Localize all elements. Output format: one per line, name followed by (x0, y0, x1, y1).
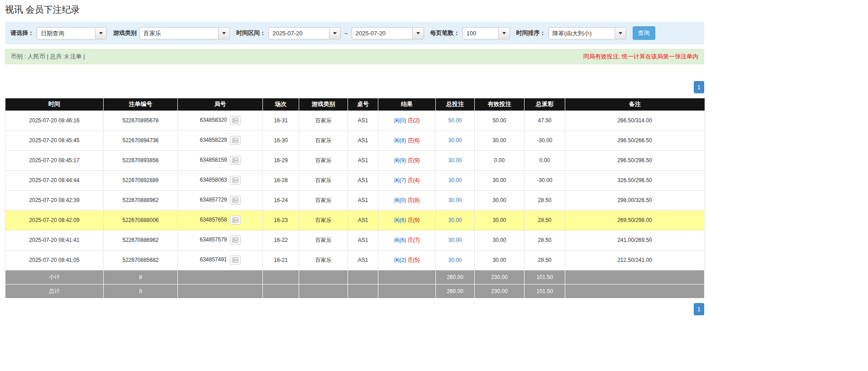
game-replay-icon[interactable] (230, 255, 241, 265)
round-id-text: 634858063 (200, 177, 227, 183)
currency-summary-text: 币别 : 人民币 | 总共 :8 注单 | (11, 53, 85, 61)
total-bet-link[interactable]: 50.00 (448, 117, 462, 124)
column-header: 结果 (378, 98, 436, 111)
cell-time: 2025-07-20 08:45:17 (5, 150, 104, 170)
cell-game-type: 百家乐 (299, 150, 348, 170)
summary-valid-bet: 230.00 (475, 284, 525, 298)
total-bet-link[interactable]: 30.00 (448, 237, 462, 243)
summary-empty (299, 284, 348, 298)
banker-result: 庄(9) (408, 217, 420, 223)
chevron-down-icon[interactable] (498, 28, 510, 39)
game-replay-icon[interactable] (230, 176, 241, 185)
cell-session: 16-29 (263, 150, 299, 170)
banker-result: 庄(7) (408, 237, 420, 243)
table-header-row: 时间注单编号局号场次游戏类别桌号结果总投注有效投注总派彩备注 (5, 98, 705, 111)
chevron-down-icon[interactable] (412, 28, 424, 39)
cell-valid-bet: 30.00 (475, 230, 525, 250)
column-header: 游戏类别 (299, 98, 348, 111)
cell-bet-id: 522670888962 (104, 190, 178, 210)
game-replay-icon[interactable] (230, 156, 241, 165)
player-result: 闲(2) (394, 257, 406, 263)
summary-count: 8 (104, 270, 178, 284)
cell-note: 269.50/298.00 (565, 210, 705, 230)
cell-valid-bet: 30.00 (475, 190, 525, 210)
sort-order-dropdown[interactable]: 降幂(由大到小) (548, 27, 626, 39)
cell-time: 2025-07-20 08:42:39 (5, 190, 104, 210)
banker-result: 庄(9) (408, 157, 420, 164)
chevron-down-icon[interactable] (329, 28, 340, 39)
cell-total-bet: 30.00 (436, 190, 475, 210)
column-header: 有效投注 (475, 98, 525, 111)
cell-time: 2025-07-20 08:41:41 (5, 230, 104, 250)
cell-total-bet: 30.00 (436, 130, 475, 150)
cell-payout: 28.50 (525, 230, 565, 250)
cell-result: 闲(6) 庄(7) (378, 230, 436, 250)
player-result: 闲(0) (394, 117, 406, 124)
game-replay-icon[interactable] (230, 196, 241, 205)
round-id-text: 634857579 (200, 236, 227, 243)
summary-valid-bet: 230.00 (475, 270, 525, 284)
date-to-dropdown[interactable]: 2025-07-20 (352, 27, 424, 39)
total-bet-link[interactable]: 30.00 (448, 217, 462, 223)
cell-time: 2025-07-20 08:44:44 (5, 170, 104, 190)
cell-table-no: AS1 (348, 230, 378, 250)
date-range-separator: ~ (344, 30, 348, 37)
select-type-dropdown[interactable]: 日期查询 (37, 27, 107, 39)
cell-round-id: 634858229 (178, 130, 263, 150)
notice-text: 同局有效投注, 统一计算在该局第一张注单内 (583, 53, 698, 61)
game-replay-icon[interactable] (230, 116, 241, 125)
cell-bet-id: 522670893856 (104, 150, 178, 170)
search-button[interactable]: 查询 (633, 26, 655, 40)
summary-payout: 101.50 (525, 270, 565, 284)
cell-valid-bet: 30.00 (475, 130, 525, 150)
player-result: 闲(0) (394, 197, 406, 203)
sort-order-label: 时间排序： (516, 29, 546, 37)
total-bet-link[interactable]: 30.00 (448, 157, 462, 164)
cell-result: 闲(2) 庄(5) (378, 250, 436, 270)
summary-empty (565, 284, 705, 298)
banker-result: 庄(6) (408, 137, 420, 144)
cell-table-no: AS1 (348, 170, 378, 190)
cell-session: 16-22 (263, 230, 299, 250)
chevron-down-icon[interactable] (218, 28, 229, 39)
page-button-1[interactable]: 1 (694, 81, 704, 93)
total-bet-link[interactable]: 30.00 (448, 257, 462, 263)
cell-valid-bet: 0.00 (475, 150, 525, 170)
chevron-down-icon[interactable] (95, 28, 106, 39)
cell-note: 212.50/241.00 (565, 250, 705, 270)
summary-label: 小计 (5, 270, 104, 284)
banker-result: 庄(5) (408, 257, 420, 263)
total-bet-link[interactable]: 30.00 (448, 197, 462, 203)
summary-empty (378, 270, 436, 284)
game-replay-icon[interactable] (230, 236, 241, 245)
game-replay-icon[interactable] (230, 136, 241, 145)
cell-game-type: 百家乐 (299, 170, 348, 190)
cell-round-id: 634857729 (178, 190, 263, 210)
chevron-down-icon[interactable] (615, 28, 626, 39)
game-replay-icon[interactable] (230, 216, 241, 225)
table-row: 2025-07-20 08:42:09522670888006634857658… (5, 210, 705, 230)
cell-valid-bet: 30.00 (475, 250, 525, 270)
page-size-dropdown[interactable]: 100 (463, 27, 510, 39)
summary-empty (178, 270, 263, 284)
cell-result: 闲(9) 庄(9) (378, 150, 436, 170)
cell-time: 2025-07-20 08:41:05 (5, 250, 104, 270)
banker-result: 庄(4) (408, 177, 420, 183)
cell-result: 闲(0) 庄(8) (378, 190, 436, 210)
cell-bet-id: 522670886962 (104, 230, 178, 250)
cell-session: 16-21 (263, 250, 299, 270)
cell-round-id: 634858320 (178, 111, 263, 130)
game-type-dropdown[interactable]: 百家乐 (139, 27, 230, 39)
table-row: 2025-07-20 08:42:39522670888962634857729… (5, 190, 705, 210)
total-bet-link[interactable]: 30.00 (448, 177, 462, 183)
summary-empty (178, 284, 263, 298)
date-from-dropdown[interactable]: 2025-07-20 (268, 27, 341, 39)
cell-total-bet: 30.00 (436, 230, 475, 250)
cell-total-bet: 50.00 (436, 111, 475, 130)
table-row: 2025-07-20 08:44:44522670892889634858063… (5, 170, 705, 190)
total-bet-link[interactable]: 30.00 (448, 137, 462, 144)
page-button-1[interactable]: 1 (694, 303, 704, 315)
column-header: 局号 (178, 98, 263, 111)
pagination-top: 1 (5, 81, 704, 93)
table-row: 2025-07-20 08:41:05522670885682634857491… (5, 250, 705, 270)
